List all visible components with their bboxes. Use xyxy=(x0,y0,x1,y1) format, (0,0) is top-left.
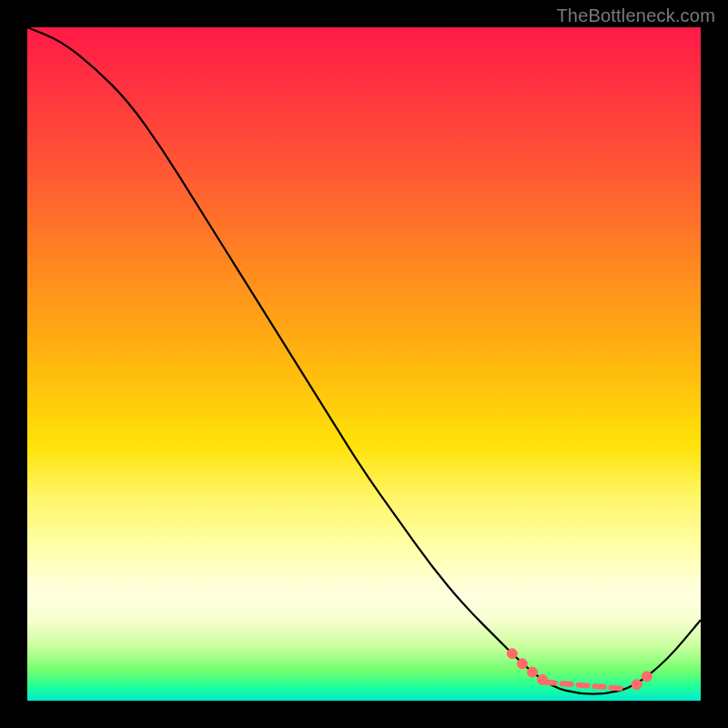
chart-stage: TheBottleneck.com xyxy=(0,0,728,728)
plot-area xyxy=(27,27,701,701)
bottleneck-curve xyxy=(27,27,701,694)
highlight-band xyxy=(507,649,652,690)
highlight-dot xyxy=(642,672,652,682)
highlight-dot xyxy=(517,659,527,669)
highlight-dot xyxy=(528,667,538,677)
chart-svg xyxy=(27,27,701,701)
highlight-dot xyxy=(632,680,642,690)
attribution-text: TheBottleneck.com xyxy=(556,5,715,26)
highlight-dot xyxy=(507,649,517,659)
